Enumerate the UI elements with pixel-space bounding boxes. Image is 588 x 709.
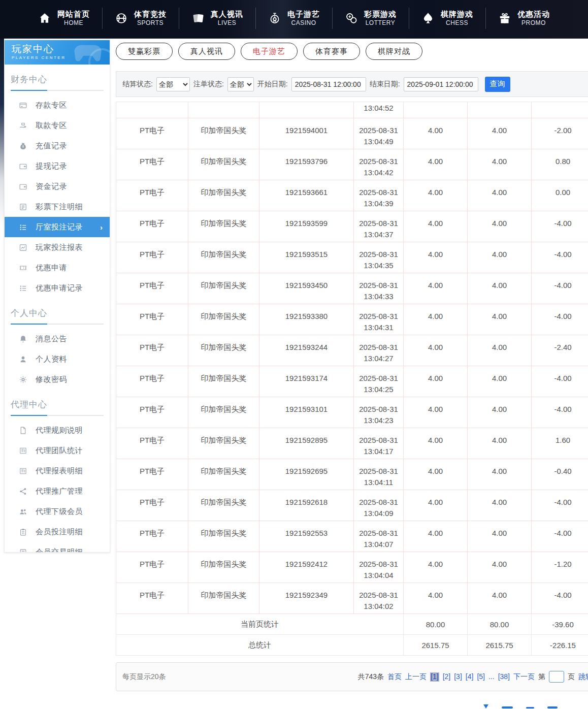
sidebar-section-title: 代理中心 xyxy=(11,399,104,416)
page-link-page-2[interactable]: [2] xyxy=(443,672,451,682)
cell-bet-amount: 4.00 xyxy=(404,397,468,428)
page-link-first[interactable]: 首页 xyxy=(387,672,402,682)
sidebar-item-funds-record[interactable]: 资金记录 › xyxy=(5,176,110,197)
start-date-input[interactable] xyxy=(291,77,366,91)
cell-time: 2025-08-3113:04:02 xyxy=(354,583,404,614)
tab-chess-battle[interactable]: 棋牌对战 xyxy=(366,43,422,60)
pagination-controls: 共743条 首页上一页[1][2][3][4][5]...[38]下一页 第 页… xyxy=(358,671,588,683)
page-link-page-4[interactable]: [4] xyxy=(466,672,474,682)
cell-time: 2025-08-3113:04:25 xyxy=(354,366,404,397)
cell-order-id: 1921594001 xyxy=(259,118,354,149)
sidebar-item-withdraw[interactable]: 取款专区 › xyxy=(5,115,110,136)
sidebar-item-agent-report-detail[interactable]: 代理报表明细 › xyxy=(5,461,110,481)
cell-game: 印加帝国头奖 xyxy=(188,428,259,459)
sidebar-item-agent-sub-members[interactable]: 代理下级会员 › xyxy=(5,501,110,522)
tab-electronic-games[interactable]: 电子游艺 xyxy=(241,43,298,60)
table-row: PT电子 印加帝国头奖 1921592349 2025-08-3113:04:0… xyxy=(116,583,588,614)
user-icon xyxy=(19,355,27,364)
cell-bet-amount: 4.00 xyxy=(404,335,468,366)
page-link-page-1[interactable]: [1] xyxy=(430,672,439,682)
nav-item-home[interactable]: 网站首页 HOME xyxy=(26,8,102,29)
cell-platform: PT电子 xyxy=(116,521,188,552)
sidebar-item-agent-rules[interactable]: 代理规则说明 › xyxy=(5,420,110,440)
end-date-input[interactable] xyxy=(404,77,478,91)
cell-game: 印加帝国头奖 xyxy=(188,304,259,335)
cell-platform: PT电子 xyxy=(116,552,188,583)
sidebar-item-player-bet-report[interactable]: 玩家投注报表 › xyxy=(5,237,110,257)
nav-item-chess[interactable]: 棋牌游戏 CHESS xyxy=(409,8,485,29)
jump-button[interactable]: 跳转 xyxy=(578,672,588,682)
sidebar-item-member-bet-detail[interactable]: 会员投注明细 › xyxy=(5,522,110,542)
cell-bet-amount: 4.00 xyxy=(404,366,468,397)
page-link-page-38[interactable]: [38] xyxy=(498,672,510,682)
cell-valid-amount: 4.00 xyxy=(468,366,532,397)
sidebar-item-messages[interactable]: 消息公告 › xyxy=(5,329,110,349)
cell-win-loss: -0.40 xyxy=(532,459,588,490)
cell-win-loss: -4.00 xyxy=(532,242,588,273)
nav-item-sports[interactable]: 体育竞技 SPORTS xyxy=(102,8,179,29)
page-link-next[interactable]: 下一页 xyxy=(513,672,535,682)
sidebar-subtitle: PLAYERS CENTER xyxy=(12,55,110,60)
summary-valid-amount: 80.00 xyxy=(468,614,532,635)
cell-win-loss: 0.00 xyxy=(532,180,588,211)
cell-platform: PT电子 xyxy=(116,366,188,397)
cell-game: 印加帝国头奖 xyxy=(188,521,259,552)
cell-game: 印加帝国头奖 xyxy=(188,583,259,614)
cell-order-id: 1921593599 xyxy=(259,211,354,242)
cell-time: 2025-08-3113:04:04 xyxy=(354,552,404,583)
cell-win-loss: 0.80 xyxy=(532,149,588,180)
sidebar-item-promo-apply[interactable]: 优惠申请 › xyxy=(5,257,110,278)
page-link-page-3[interactable]: [3] xyxy=(454,672,462,682)
cell-time: 2025-08-3113:04:33 xyxy=(354,273,404,304)
sidebar-item-lottery-bet-detail[interactable]: 彩票下注明细 › xyxy=(5,197,110,217)
nav-label-en: LIVES xyxy=(218,19,237,27)
order-status-select[interactable]: 全部 xyxy=(227,77,254,91)
spade-icon xyxy=(421,12,435,25)
tab-shuangying-lottery[interactable]: 雙赢彩票 xyxy=(116,43,173,60)
clipboard-icon xyxy=(19,528,27,536)
doc-list-icon xyxy=(19,203,27,211)
page-link-prev[interactable]: 上一页 xyxy=(405,672,427,682)
nav-item-lives[interactable]: 真人视讯 LIVES xyxy=(179,8,255,29)
sidebar-item-withdraw-record[interactable]: 提现记录 › xyxy=(5,156,110,176)
cell-bet-amount: 4.00 xyxy=(404,521,468,552)
tab-live-video[interactable]: 真人视讯 xyxy=(178,43,235,60)
settle-status-select[interactable]: 全部 xyxy=(156,77,190,91)
cell-valid-amount: 4.00 xyxy=(468,242,532,273)
sidebar-section: 代理中心 代理规则说明 › 代理团队统计 › 代理报表明细 › 代理推广管理 ›… xyxy=(5,399,110,553)
sidebar-item-change-password[interactable]: 修改密码 › xyxy=(5,369,110,390)
nav-item-promo[interactable]: 优惠活动 PROMO xyxy=(485,8,562,29)
cell-time: 2025-08-3113:04:09 xyxy=(354,490,404,521)
cell-order-id: 1921593515 xyxy=(259,242,354,273)
clipped-bottom-fragment xyxy=(483,704,558,709)
page-jump-input[interactable] xyxy=(549,671,564,683)
sidebar-item-agent-team-stats[interactable]: 代理团队统计 › xyxy=(5,440,110,461)
order-status-label: 注单状态: xyxy=(193,80,224,89)
cell-game: 印加帝国头奖 xyxy=(188,211,259,242)
page-link-page-5[interactable]: [5] xyxy=(477,672,485,682)
sidebar-item-profile[interactable]: 个人资料 › xyxy=(5,349,110,369)
sidebar-item-member-transaction-detail[interactable]: 会员交易明细 › xyxy=(5,542,110,553)
cell-time: 2025-08-3113:04:27 xyxy=(354,335,404,366)
summary-win-loss: -39.60 xyxy=(532,614,588,635)
nav-item-lottery[interactable]: 彩票游戏 LOTTERY xyxy=(332,8,409,29)
sidebar-item-deposit[interactable]: 存款专区 › xyxy=(5,95,110,115)
cell-platform: PT电子 xyxy=(116,180,188,211)
top-nav: 网站首页 HOME 体育竞技 SPORTS 真人视讯 LIVES 电子游艺 CA… xyxy=(0,0,588,39)
cell-bet-amount: 4.00 xyxy=(404,490,468,521)
cell-win-loss: -4.00 xyxy=(532,521,588,552)
game-tabs: 雙赢彩票真人视讯电子游艺体育赛事棋牌对战 xyxy=(116,43,588,60)
cell-bet-amount: 4.00 xyxy=(404,180,468,211)
sidebar-item-agent-promotion[interactable]: 代理推广管理 › xyxy=(5,481,110,501)
cell-game: 印加帝国头奖 xyxy=(188,149,259,180)
cell-valid-amount: 4.00 xyxy=(468,335,532,366)
sidebar-item-room-bet-record[interactable]: 厅室投注记录 › xyxy=(5,217,110,237)
sidebar-item-recharge-record[interactable]: 充值记录 › xyxy=(5,136,110,156)
sidebar-item-promo-apply-record[interactable]: 优惠申请记录 › xyxy=(5,278,110,298)
summary-label: 当前页统计 xyxy=(116,614,404,635)
cell-game xyxy=(188,102,259,118)
nav-item-casino[interactable]: 电子游艺 CASINO xyxy=(255,8,332,29)
tab-sports-events[interactable]: 体育赛事 xyxy=(303,43,360,60)
cell-valid-amount: 4.00 xyxy=(468,211,532,242)
search-button[interactable]: 查询 xyxy=(485,77,510,92)
